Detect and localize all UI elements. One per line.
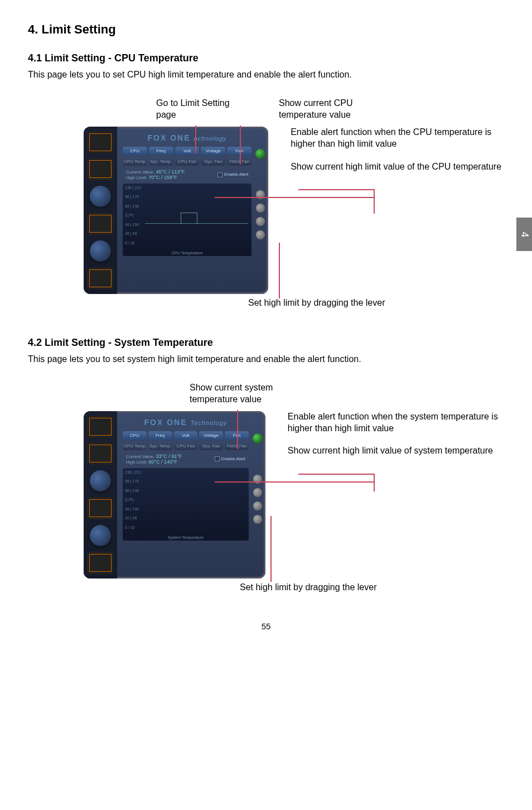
indicator-box — [87, 416, 114, 438]
chapter-tab: 4 — [516, 218, 532, 251]
leader-line — [215, 481, 374, 483]
callout-high-limit-cpu: Show current high limit value of the CPU… — [291, 161, 504, 173]
indicator-box — [87, 131, 114, 153]
app-brand: FOX ONE Technology — [123, 418, 249, 427]
leader-line — [215, 197, 374, 198]
subtab-cpu-temp[interactable]: CPU Temp. — [123, 442, 147, 450]
subtab-sys-fan[interactable]: Sys. Fan — [201, 157, 225, 166]
leader-line — [279, 243, 280, 298]
sys-current-value: 33°C / 91°F — [156, 454, 182, 459]
callout-high-limit-sys: Show current high limit value of system … — [288, 445, 504, 457]
indicator-box — [87, 497, 114, 519]
gauge-icon — [90, 525, 111, 546]
leader-line — [237, 410, 238, 449]
high-limit-label: High Limit: — [126, 460, 147, 465]
minimize-icon[interactable] — [253, 488, 262, 497]
subtab-cpu-temp[interactable]: CPU Temp. — [123, 157, 147, 166]
indicator-box — [87, 552, 114, 574]
subtab-sys-temp[interactable]: Sys. Temp. — [149, 157, 173, 166]
callout-current-sys-temp: Show current system temperature value — [190, 382, 301, 406]
gauge-icon — [90, 186, 111, 207]
gauge-icon — [90, 470, 111, 491]
ytick: 0 / 32 — [125, 525, 144, 529]
home-icon[interactable] — [256, 230, 265, 239]
callout-drag-lever-1: Set high limit by dragging the lever — [248, 297, 504, 309]
ytick: 98 | 176 — [125, 479, 144, 483]
tab-freq[interactable]: Freq — [149, 147, 173, 155]
callout-enable-alert-cpu: Enable alert function when the CPU tempe… — [291, 127, 504, 150]
gauge-icon — [90, 240, 111, 262]
ytick: 88 | 148 — [125, 204, 144, 208]
status-led-icon — [255, 149, 265, 159]
ytick: 20 | 68 — [125, 516, 144, 520]
enable-alert-checkbox[interactable] — [217, 172, 223, 177]
callout-enable-alert-sys: Enable alert function when the system te… — [288, 411, 504, 435]
ytick: 88 | 148 — [125, 489, 144, 493]
indicator-box — [87, 213, 114, 235]
ytick: 98 | 176 — [125, 195, 144, 199]
figure-2: Show current system temperature value — [28, 382, 504, 593]
callout-current-cpu-temp: Show current CPU temperature value — [279, 98, 374, 121]
enable-alert-checkbox[interactable] — [215, 456, 220, 461]
ytick: 0 / 32 — [125, 241, 144, 245]
cpu-temp-chart[interactable]: 138 | 212 98 | 176 88 | 148 (C/F) 48 | 1… — [123, 184, 252, 256]
subtab-cpu-fan[interactable]: CPU Fan — [175, 157, 200, 166]
callout-drag-lever-2: Set high limit by dragging the lever — [240, 582, 504, 594]
help-icon[interactable] — [253, 502, 262, 510]
subsection-4-2-desc: This page lets you to set system high li… — [28, 353, 504, 365]
leader-line — [270, 516, 272, 582]
left-indicator-panel — [84, 411, 117, 578]
leader-line — [298, 189, 374, 190]
leader-line — [374, 189, 375, 214]
sub-tab-row: CPU Temp. Sys. Temp. CPU Fan Sys. Fan FA… — [123, 442, 249, 450]
tab-freq[interactable]: Freq — [148, 431, 172, 440]
chart-title: System Temperature — [168, 536, 204, 539]
indicator-box — [87, 267, 114, 290]
help-icon[interactable] — [256, 217, 265, 226]
figure-1: Go to Limit Setting page Show current CP… — [28, 98, 504, 308]
sys-high-limit-value: 60°C / 140°F — [148, 459, 177, 465]
right-button-strip — [252, 433, 263, 524]
tab-limit[interactable]: Volt — [174, 431, 198, 440]
cpu-current-value: 45°C / 113°F — [156, 169, 185, 175]
current-value-label: Current Value: — [126, 170, 154, 175]
tab-voltage[interactable]: Voltage — [201, 147, 225, 155]
ytick: 138 | 212 — [125, 186, 144, 190]
subtab-cpu-fan[interactable]: CPU Fan — [174, 442, 198, 450]
high-limit-label: High Limit: — [126, 175, 147, 180]
ytick: 48 | 104 — [125, 223, 144, 226]
chart-title: CPU Temperature — [172, 251, 203, 255]
indicator-box — [87, 158, 114, 180]
enable-alert-label: Enable Alert — [224, 172, 248, 177]
ytick: (C/F) — [125, 498, 144, 502]
sys-temp-chart[interactable]: 138 | 212 98 | 176 88 | 148 (C/F) 48 | 1… — [123, 468, 249, 541]
left-indicator-panel — [84, 127, 117, 294]
app-screenshot-2: FOX ONE Technology CPU Freq Volt Voltage… — [84, 411, 265, 578]
sub-tab-row: CPU Temp. Sys. Temp. CPU Fan Sys. Fan FA… — [123, 157, 252, 166]
leader-line — [298, 474, 374, 475]
indicator-box — [87, 442, 114, 465]
subtab-sys-fan[interactable]: Sys. Fan — [199, 442, 223, 450]
tab-cpu[interactable]: CPU — [123, 431, 147, 440]
leader-line — [195, 126, 196, 153]
leader-line — [374, 474, 375, 491]
subsection-4-1-desc: This page lets you to set CPU high limit… — [28, 69, 504, 81]
minimize-icon[interactable] — [256, 204, 265, 213]
tab-cpu[interactable]: CPU — [123, 147, 147, 155]
top-tab-row: CPU Freq Volt Voltage Fan — [123, 431, 249, 440]
subsection-4-1-title: 4.1 Limit Setting - CPU Temperature — [28, 52, 504, 64]
app-brand: FOX ONE ochnology — [123, 133, 252, 142]
top-tab-row: CPU Freq Volt Voltage Fan — [123, 147, 252, 155]
subtab-sys-temp[interactable]: Sys. Temp. — [148, 442, 172, 450]
cpu-high-limit-value: 70°C / 158°F — [148, 175, 177, 180]
leader-line — [240, 126, 241, 165]
ytick: 20 | 68 — [125, 232, 144, 235]
section-title: 4. Limit Setting — [28, 22, 504, 37]
tab-voltage[interactable]: Voltage — [199, 431, 223, 440]
ytick: 138 | 212 — [125, 470, 144, 474]
ytick: (C/F) — [125, 213, 144, 217]
subsection-4-2-title: 4.2 Limit Setting - System Temperature — [28, 337, 504, 349]
current-value-label: Current Value: — [126, 454, 154, 459]
right-button-strip — [255, 149, 266, 239]
home-icon[interactable] — [253, 515, 262, 524]
